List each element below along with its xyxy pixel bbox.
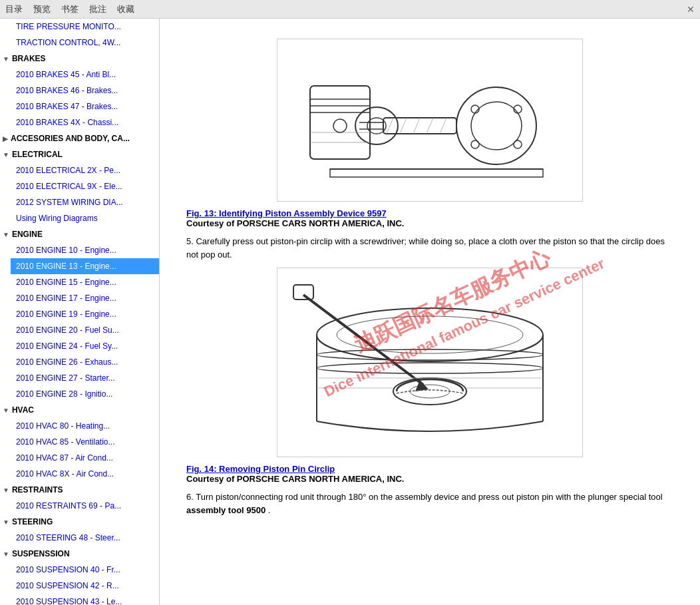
sidebar-category-accessories[interactable]: ACCESORIES AND BODY, CA... — [0, 130, 159, 146]
toolbar-toc[interactable]: 目录 — [5, 3, 23, 15]
svg-point-29 — [317, 349, 543, 360]
sidebar-group-restraints: 2010 RESTRAINTS 69 - Pa... — [0, 498, 159, 514]
svg-point-0 — [456, 87, 536, 164]
sidebar-category-label-restraints: RESTRAINTS — [12, 484, 63, 496]
expand-arrow-hvac — [3, 405, 9, 415]
sidebar-item-traction[interactable]: TRACTION CONTROL, 4W... — [11, 35, 159, 51]
expand-arrow-suspension — [3, 549, 9, 559]
sidebar-category-label-accessories: ACCESORIES AND BODY, CA... — [11, 132, 130, 144]
sidebar-item-engine-15[interactable]: 2010 ENGINE 15 - Engine... — [11, 274, 159, 290]
sidebar-item-hvac-87[interactable]: 2010 HVAC 87 - Air Cond... — [11, 450, 159, 466]
sidebar-item-hvac-8x[interactable]: 2010 HVAC 8X - Air Cond... — [11, 466, 159, 482]
expand-arrow-accessories — [3, 134, 8, 144]
sidebar-item-wiring-diagrams[interactable]: Using Wiring Diagrams — [11, 210, 159, 226]
figure-13-image — [290, 46, 570, 192]
step-6-suffix: . — [265, 505, 270, 515]
toolbar-collect[interactable]: 收藏 — [117, 3, 134, 15]
sidebar-item-engine-17[interactable]: 2010 ENGINE 17 - Engine... — [11, 290, 159, 306]
sidebar-group-suspension: 2010 SUSPENSION 40 - Fr... 2010 SUSPENSI… — [0, 562, 159, 605]
sidebar-item-engine-13[interactable]: 2010 ENGINE 13 - Engine... — [11, 258, 159, 274]
svg-line-21 — [427, 118, 433, 134]
figure-14-image — [290, 275, 570, 448]
step-5-text: 5. Carefully press out piston-pin circli… — [186, 235, 673, 261]
sidebar-group-engine: 2010 ENGINE 10 - Engine... 2010 ENGINE 1… — [0, 242, 159, 402]
sidebar-category-engine[interactable]: ENGINE — [0, 226, 159, 242]
sidebar-category-label-engine: ENGINE — [12, 228, 43, 240]
toolbar-annotate[interactable]: 批注 — [89, 3, 106, 15]
figure-14-source: Courtesy of PORSCHE CARS NORTH AMERICA, … — [186, 474, 673, 484]
sidebar-category-brakes[interactable]: BRAKES — [0, 51, 159, 67]
figure-14-caption[interactable]: Fig. 14: Removing Piston Pin Circlip — [186, 464, 673, 474]
sidebar-item-engine-20[interactable]: 2010 ENGINE 20 - Fuel Su... — [11, 322, 159, 338]
sidebar-item-tire-pressure[interactable]: TIRE PRESSURE MONITO... — [11, 19, 159, 35]
svg-point-17 — [514, 140, 522, 148]
expand-arrow-electrical — [3, 150, 9, 160]
figure-13-source: Courtesy of PORSCHE CARS NORTH AMERICA, … — [186, 218, 673, 228]
sidebar-item-hvac-80[interactable]: 2010 HVAC 80 - Heating... — [11, 418, 159, 434]
sidebar: TIRE PRESSURE MONITO... TRACTION CONTROL… — [0, 19, 160, 605]
sidebar-item-engine-10[interactable]: 2010 ENGINE 10 - Engine... — [11, 242, 159, 258]
svg-point-31 — [393, 378, 466, 405]
expand-arrow-engine — [3, 230, 9, 240]
svg-point-15 — [471, 140, 479, 148]
sidebar-item-brakes-47[interactable]: 2010 BRAKES 47 - Brakes... — [11, 99, 159, 114]
close-button[interactable]: ✕ — [687, 4, 695, 15]
sidebar-category-electrical[interactable]: ELECTRICAL — [0, 146, 159, 162]
sidebar-item-brakes-45[interactable]: 2010 BRAKES 45 - Anti Bl... — [11, 67, 159, 83]
sidebar-item-engine-28[interactable]: 2010 ENGINE 28 - Ignitio... — [11, 386, 159, 402]
svg-line-22 — [440, 118, 446, 134]
sidebar-group-steering: 2010 STEERING 48 - Steer... — [0, 530, 159, 546]
figure-14-container — [277, 268, 583, 457]
sidebar-category-label-electrical: ELECTRICAL — [12, 148, 63, 160]
main-content: 迪跃国际名车服务中心 Dice international famous car… — [160, 19, 700, 605]
svg-line-19 — [400, 118, 407, 134]
sidebar-item-susp-43[interactable]: 2010 SUSPENSION 43 - Le... — [11, 594, 159, 605]
sidebar-group-brakes: 2010 BRAKES 45 - Anti Bl... 2010 BRAKES … — [0, 67, 159, 130]
figure-13-caption[interactable]: Fig. 13: Identifying Piston Assembly Dev… — [186, 208, 673, 218]
svg-line-20 — [413, 118, 420, 134]
toolbar-preview[interactable]: 预览 — [33, 3, 51, 15]
expand-arrow-restraints — [3, 485, 9, 495]
sidebar-category-restraints[interactable]: RESTRAINTS — [0, 482, 159, 498]
sidebar-item-engine-26[interactable]: 2010 ENGINE 26 - Exhaus... — [11, 354, 159, 370]
sidebar-item-brakes-46[interactable]: 2010 BRAKES 46 - Brakes... — [11, 83, 159, 99]
sidebar-category-suspension[interactable]: SUSPENSSION — [0, 546, 159, 562]
sidebar-group-hvac: 2010 HVAC 80 - Heating... 2010 HVAC 85 -… — [0, 418, 159, 482]
sidebar-item-engine-24[interactable]: 2010 ENGINE 24 - Fuel Sy... — [11, 338, 159, 354]
step-6-bold: assembly tool 9500 — [186, 505, 265, 515]
svg-point-11 — [333, 119, 347, 132]
expand-arrow-steering — [3, 517, 9, 527]
expand-arrow-brakes — [3, 54, 9, 64]
sidebar-item-engine-19[interactable]: 2010 ENGINE 19 - Engine... — [11, 306, 159, 322]
sidebar-item-elec-2x[interactable]: 2010 ELECTRICAL 2X - Pe... — [11, 162, 159, 178]
sidebar-item-hvac-85[interactable]: 2010 HVAC 85 - Ventilatio... — [11, 434, 159, 450]
svg-point-32 — [410, 385, 450, 398]
step-6-text: 6. Turn piston/connecting rod unit throu… — [186, 491, 673, 516]
sidebar-category-steering[interactable]: STEERING — [0, 514, 159, 530]
figure-13-container — [277, 39, 583, 202]
sidebar-item-susp-40[interactable]: 2010 SUSPENSION 40 - Fr... — [11, 562, 159, 578]
sidebar-category-label-steering: STEERING — [12, 516, 53, 528]
sidebar-item-brakes-4x[interactable]: 2010 BRAKES 4X - Chassi... — [11, 114, 159, 130]
svg-rect-24 — [330, 169, 543, 177]
toolbar-bookmark[interactable]: 书签 — [61, 3, 79, 15]
sidebar-item-steering-48[interactable]: 2010 STEERING 48 - Steer... — [11, 530, 159, 546]
sidebar-group-tire: TIRE PRESSURE MONITO... TRACTION CONTROL… — [0, 19, 159, 51]
svg-point-26 — [337, 316, 523, 353]
svg-rect-35 — [293, 285, 313, 300]
sidebar-category-label-suspension: SUSPENSSION — [12, 548, 70, 560]
sidebar-category-hvac[interactable]: HVAC — [0, 402, 159, 418]
sidebar-item-restraints-69[interactable]: 2010 RESTRAINTS 69 - Pa... — [11, 498, 159, 514]
main-area: TIRE PRESSURE MONITO... TRACTION CONTROL… — [0, 19, 700, 605]
sidebar-group-electrical: 2010 ELECTRICAL 2X - Pe... 2010 ELECTRIC… — [0, 162, 159, 226]
step-6-prefix: 6. Turn piston/connecting rod unit throu… — [186, 492, 663, 502]
sidebar-item-wiring-2012[interactable]: 2012 SYSTEM WIRING DIA... — [11, 194, 159, 210]
svg-point-30 — [317, 363, 543, 373]
sidebar-category-label-hvac: HVAC — [12, 404, 34, 416]
sidebar-item-engine-27[interactable]: 2010 ENGINE 27 - Starter... — [11, 370, 159, 386]
sidebar-item-susp-42[interactable]: 2010 SUSPENSION 42 - R... — [11, 578, 159, 594]
svg-line-18 — [387, 118, 393, 134]
sidebar-item-elec-9x[interactable]: 2010 ELECTRICAL 9X - Ele... — [11, 178, 159, 194]
sidebar-category-label-brakes: BRAKES — [12, 53, 46, 65]
toolbar: 目录 预览 书签 批注 收藏 ✕ — [0, 0, 700, 19]
